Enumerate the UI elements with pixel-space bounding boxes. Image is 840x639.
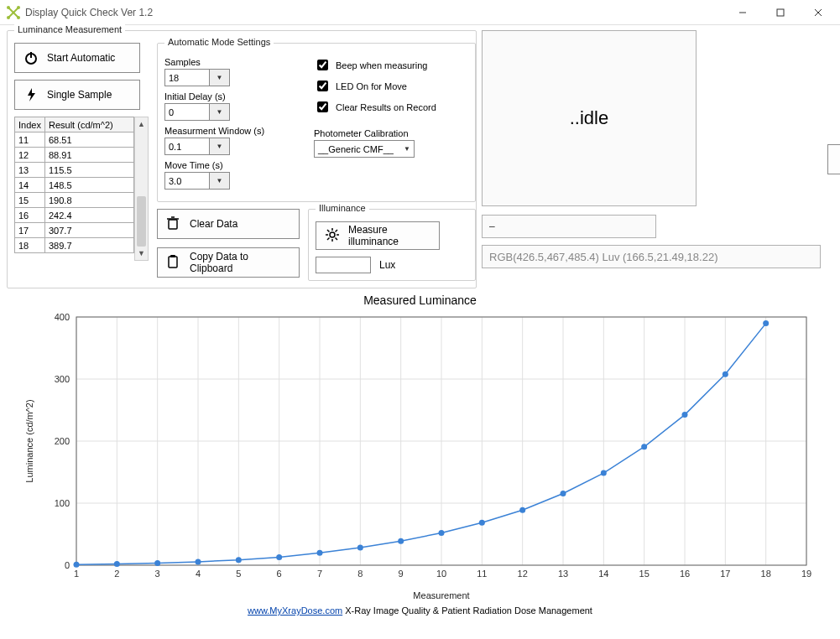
table-row[interactable]: 14148.5 <box>15 178 134 193</box>
exit-button[interactable]: Exit <box>827 144 840 174</box>
svg-point-105 <box>519 507 525 513</box>
chevron-down-icon[interactable]: ▼ <box>209 138 229 154</box>
svg-line-25 <box>327 237 330 240</box>
move-time-stepper[interactable]: ▼ <box>164 172 230 190</box>
beep-label: Beep when measuring <box>336 60 427 70</box>
cell-index: 14 <box>15 178 45 193</box>
meas-window-label: Measurment Window (s) <box>164 126 299 136</box>
minimize-button[interactable] <box>723 1 761 24</box>
cell-result: 242.4 <box>45 208 134 223</box>
luminance-chart: 1234567891011121314151617181901002003004… <box>18 309 823 604</box>
cell-index: 15 <box>15 193 45 208</box>
svg-text:6: 6 <box>276 569 281 579</box>
initial-delay-stepper[interactable]: ▼ <box>164 103 230 121</box>
copy-clipboard-label: Copy Data to Clipboard <box>190 251 290 274</box>
start-automatic-button[interactable]: Start Automatic <box>14 43 140 73</box>
samples-stepper[interactable]: ▼ <box>164 69 230 86</box>
photometer-select[interactable]: __Generic CMF__▼ <box>314 140 415 158</box>
chevron-down-icon[interactable]: ▼ <box>209 173 229 189</box>
luminance-measurement-group: Luminance Measurement Start Automatic <box>7 30 477 288</box>
lux-unit: Lux <box>379 259 395 271</box>
table-row[interactable]: 17307.7 <box>15 223 134 238</box>
beep-checkbox-row[interactable]: Beep when measuring <box>314 57 436 73</box>
svg-line-23 <box>327 230 330 232</box>
clear-checkbox-row[interactable]: Clear Results on Record <box>314 99 436 115</box>
photometer-label: Photometer Calibration <box>314 128 436 138</box>
svg-text:15: 15 <box>639 569 649 579</box>
cell-index: 12 <box>15 148 45 163</box>
cell-index: 16 <box>15 208 45 223</box>
chevron-down-icon[interactable]: ▼ <box>209 70 229 86</box>
svg-line-24 <box>336 237 338 240</box>
clear-data-button[interactable]: Clear Data <box>157 209 300 239</box>
scroll-up-icon[interactable]: ▲ <box>135 117 148 131</box>
close-button[interactable] <box>799 1 837 24</box>
svg-text:2: 2 <box>114 569 119 579</box>
cell-index: 13 <box>15 163 45 178</box>
svg-text:3: 3 <box>154 569 159 579</box>
svg-text:19: 19 <box>801 569 811 579</box>
cell-index: 17 <box>15 223 45 238</box>
single-sample-button[interactable]: Single Sample <box>14 80 140 110</box>
beep-checkbox[interactable] <box>317 60 328 70</box>
scroll-thumb[interactable] <box>137 196 146 247</box>
maximize-button[interactable] <box>761 1 799 24</box>
clear-checkbox[interactable] <box>317 101 328 112</box>
col-index[interactable]: Index <box>15 117 45 132</box>
cell-result: 68.51 <box>45 132 134 148</box>
copy-clipboard-button[interactable]: Copy Data to Clipboard <box>157 247 300 278</box>
table-row[interactable]: 18389.7 <box>15 238 134 253</box>
cell-result: 148.5 <box>45 178 134 193</box>
status-readout: – <box>482 215 656 238</box>
measure-illuminance-button[interactable]: Measure illuminance <box>316 221 440 250</box>
col-result[interactable]: Result (cd/m^2) <box>45 117 134 132</box>
chevron-down-icon[interactable]: ▼ <box>209 104 229 120</box>
svg-point-107 <box>600 470 606 476</box>
svg-text:7: 7 <box>316 569 321 579</box>
svg-rect-13 <box>169 220 177 229</box>
meas-window-stepper[interactable]: ▼ <box>164 138 230 155</box>
status-text: ..idle <box>570 107 608 129</box>
svg-text:5: 5 <box>236 569 241 579</box>
bolt-icon <box>23 87 39 102</box>
svg-point-98 <box>235 557 241 563</box>
rgb-luv-readout: RGB(426.5,467,485.4) Luv (166.5,21.49,18… <box>482 245 821 268</box>
move-time-input[interactable] <box>165 173 209 189</box>
table-row[interactable]: 15190.8 <box>15 193 134 208</box>
luminance-legend: Luminance Measurement <box>14 24 125 34</box>
lux-value-input[interactable] <box>316 257 371 273</box>
table-row[interactable]: 16242.4 <box>15 208 134 223</box>
svg-text:Luminance (cd/m^2): Luminance (cd/m^2) <box>24 399 34 482</box>
results-table[interactable]: Index Result (cd/m^2) 1168.511288.911311… <box>14 117 134 253</box>
meas-window-input[interactable] <box>165 138 209 154</box>
svg-point-109 <box>681 412 687 418</box>
svg-rect-7 <box>777 9 784 16</box>
cell-index: 11 <box>15 132 45 148</box>
led-checkbox-row[interactable]: LED On for Move <box>314 78 436 94</box>
led-checkbox[interactable] <box>317 81 328 91</box>
footer-link[interactable]: www.MyXrayDose.com <box>248 605 342 616</box>
svg-point-103 <box>438 530 444 536</box>
svg-point-4 <box>7 16 10 19</box>
svg-text:18: 18 <box>760 569 770 579</box>
cell-result: 190.8 <box>45 193 134 208</box>
svg-text:14: 14 <box>598 569 608 579</box>
led-label: LED On for Move <box>336 81 407 91</box>
initial-delay-input[interactable] <box>165 104 209 120</box>
scroll-down-icon[interactable]: ▼ <box>135 247 148 260</box>
samples-input[interactable] <box>165 70 209 86</box>
automatic-mode-settings-group: Automatic Mode Settings Samples ▼ Initia… <box>157 43 476 202</box>
table-row[interactable]: 1288.91 <box>15 148 134 163</box>
table-scrollbar[interactable]: ▲ ▼ <box>134 117 149 261</box>
table-row[interactable]: 13115.5 <box>15 163 134 178</box>
status-display: ..idle <box>482 30 697 206</box>
svg-marker-12 <box>28 88 35 101</box>
svg-point-95 <box>113 561 119 567</box>
power-icon <box>23 50 39 65</box>
table-row[interactable]: 1168.51 <box>15 132 134 148</box>
svg-text:17: 17 <box>720 569 730 579</box>
svg-text:13: 13 <box>557 569 567 579</box>
footer-tagline: X-Ray Image Quality & Patient Radiation … <box>342 605 592 616</box>
footer: www.MyXrayDose.com X-Ray Image Quality &… <box>7 604 833 616</box>
measure-illuminance-label: Measure illuminance <box>348 224 430 247</box>
